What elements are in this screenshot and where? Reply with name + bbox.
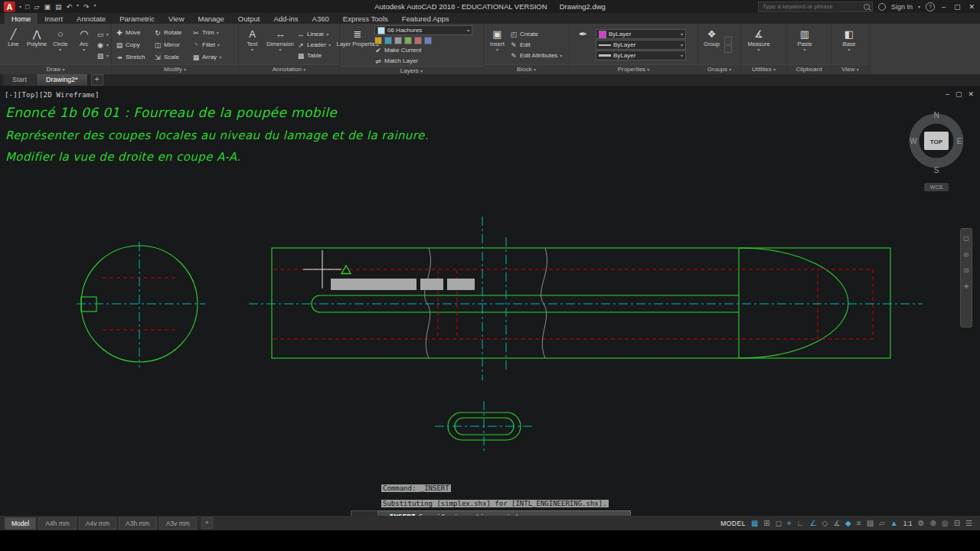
table-button[interactable]: ▦Table [297,51,331,60]
annotation-visibility-icon[interactable]: ▲ [890,520,898,527]
arc-caret-icon[interactable]: ▾ [83,47,85,52]
ribbon-tab-home[interactable]: Home [5,13,38,24]
ungroup-icon[interactable] [724,37,732,44]
layout-tab-a3v[interactable]: A3v mm [159,517,197,530]
grid-icon[interactable]: ▦ [751,520,758,527]
create-block-button[interactable]: ◰Create [510,29,562,39]
object-snap-tracking-icon[interactable]: ∡ [833,520,840,527]
lineweight-dropdown[interactable]: ByLayer ▾ [596,51,686,60]
circle-button[interactable]: ○ Circle ▾ [50,25,72,64]
viewcube-north[interactable]: N [933,111,939,119]
dimension-button[interactable]: ↔ Dimension ▾ [265,25,296,64]
polyline-button[interactable]: ⋀ Polyline [26,25,48,64]
layer-freeze-icon[interactable] [394,37,402,44]
circle-caret-icon[interactable]: ▾ [59,47,61,52]
array-button[interactable]: ▦Array▾ [191,51,229,64]
fillet-button[interactable]: ◝Fillet▾ [191,39,229,51]
dynamic-input-icon[interactable]: ⌖ [787,520,792,527]
draw-panel-title[interactable]: Draw ▾ [0,64,111,74]
ribbon-tab-a360[interactable]: A360 [305,13,336,24]
window-minimize-button[interactable]: – [940,3,947,11]
undo-icon[interactable]: ↶ [66,3,72,11]
zoom-icon[interactable]: ⊡ [964,267,969,274]
customize-icon[interactable]: ☰ [965,520,972,527]
open-file-icon[interactable]: ▱ [34,3,39,11]
copy-button[interactable]: ▤Copy [114,39,152,51]
utilities-panel-title[interactable]: Utilities ▾ [741,64,786,74]
ribbon-tab-express-tools[interactable]: Express Tools [336,13,395,24]
save-icon[interactable]: ▣ [44,3,51,11]
layer-off-icon[interactable] [374,37,382,44]
move-button[interactable]: ✚Move [114,27,152,39]
layer-dropdown[interactable]: 06 Hachures ▾ [374,25,472,35]
app-menu-button[interactable]: A [4,2,15,12]
centerlines[interactable] [249,217,923,380]
layer-unlock-icon[interactable] [414,37,422,44]
text-button[interactable]: A Text ▾ [241,25,263,64]
arc-button[interactable]: ◠ Arc ▾ [73,25,95,64]
model-paper-toggle[interactable]: MODEL [720,520,746,527]
full-navigation-wheel-icon[interactable]: ▢ [963,235,969,242]
object-color-dropdown[interactable]: ByLayer ▾ [596,29,686,39]
clean-screen-icon[interactable]: ⊟ [954,520,960,527]
hatch-tool-button[interactable]: ▨ ▾ [96,51,109,60]
groups-panel-title[interactable]: Groups ▾ [698,64,740,74]
match-properties-button[interactable]: ✒ [572,25,594,64]
orbit-icon[interactable]: ✛ [964,283,969,290]
linear-dimension-button[interactable]: ↔Linear▾ [297,29,331,39]
scale-button[interactable]: ⇲Scale [152,51,191,64]
edit-block-button[interactable]: ✎Edit [510,40,562,50]
ribbon-tab-insert[interactable]: Insert [38,13,70,24]
group-edit-icon[interactable] [724,45,732,53]
layer-dropdown-caret-icon[interactable]: ▾ [467,28,469,33]
snap-icon[interactable]: ⊞ [763,520,769,527]
qat-more-caret-icon[interactable]: ▾ [94,3,96,11]
command-input[interactable]: ◆ INSERT Specify insertion point or : ▾ [378,510,631,516]
window-close-button[interactable]: ✕ [967,3,976,11]
redo-icon[interactable]: ↷ [83,3,90,11]
sign-in-caret-icon[interactable]: ▾ [918,5,920,9]
group-button[interactable]: ❖ Group [701,25,723,64]
left-side-view[interactable] [77,242,205,367]
mirror-button[interactable]: ◫Mirror [152,39,191,51]
line-button[interactable]: ╱ Line [2,25,24,64]
new-layout-button[interactable]: + [201,517,213,529]
file-tab-drawing2[interactable]: Drawing2* [37,74,88,86]
polar-tracking-icon[interactable]: ∠ [809,520,816,527]
drawing-geometry[interactable] [0,86,980,516]
window-restore-button[interactable]: ▢ [952,3,962,11]
layer-properties-button[interactable]: ≣ Layer Properties [342,25,373,66]
viewcube[interactable]: N W E S TOP [907,103,965,179]
make-current-button[interactable]: ✔Make Current [374,45,472,55]
transparency-icon[interactable]: ▨ [867,520,874,527]
viewcube-east[interactable]: E [957,137,962,145]
properties-panel-title[interactable]: Properties ▾ [570,64,697,74]
annotation-monitor-icon[interactable]: ⊕ [930,520,936,527]
ribbon-tab-featured-apps[interactable]: Featured Apps [395,13,456,24]
undo-caret-icon[interactable]: ▾ [77,3,79,11]
layout-tab-a4h[interactable]: A4h mm [38,517,77,530]
model-space-canvas[interactable]: [-][Top][2D Wireframe] – ▢ ✕ Enoncé 1b 0… [0,86,980,516]
sign-in-button[interactable]: Sign In [891,3,913,11]
isodraft-icon[interactable]: ◇ [822,520,828,527]
ribbon-tab-view[interactable]: View [162,13,191,24]
rectangle-tool-button[interactable]: ▭ ▾ [96,29,109,39]
layout-tab-a3h[interactable]: A3h mm [119,517,157,530]
infer-constraints-icon[interactable]: ◻ [776,520,782,527]
app-menu-caret-icon[interactable]: ▾ [19,5,21,9]
block-panel-title[interactable]: Block ▾ [484,64,569,74]
ribbon-tab-addins[interactable]: Add-ins [266,13,305,24]
ribbon-tab-manage[interactable]: Manage [191,13,231,24]
ribbon-tab-output[interactable]: Output [231,13,267,24]
base-view-button[interactable]: ◧ Base ▾ [834,25,864,64]
layer-walk-icon[interactable] [424,37,432,44]
ellipse-tool-button[interactable]: ◉ ▾ [96,40,109,50]
trim-button[interactable]: ✂Trim▾ [191,27,229,39]
ribbon-tab-parametric[interactable]: Parametric [113,13,162,24]
annotation-scale[interactable]: 1:1 [903,520,913,527]
workspace-gear-icon[interactable]: ⚙ [918,520,925,527]
plot-icon[interactable]: ▤ [55,3,62,11]
pan-icon[interactable]: ◎ [964,251,969,258]
match-layer-button[interactable]: ⇌Match Layer [374,56,472,66]
search-icon[interactable] [864,4,870,10]
